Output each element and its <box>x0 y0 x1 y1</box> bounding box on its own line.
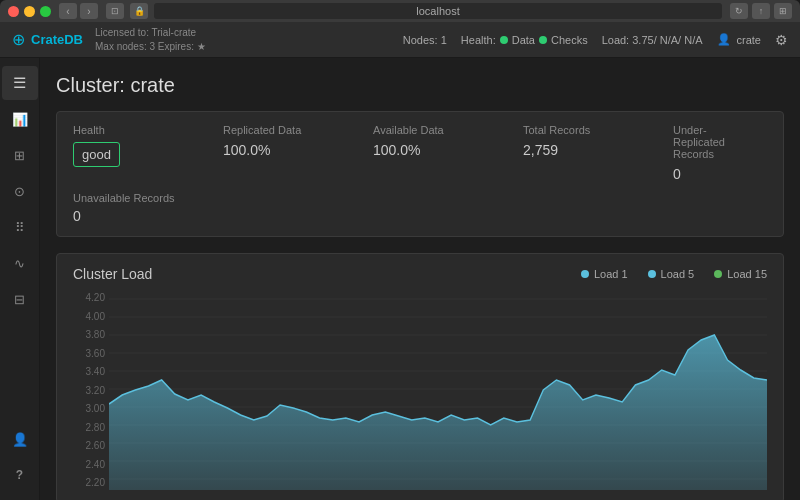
y-label-4-00: 4.00 <box>73 311 109 322</box>
load-chart-svg <box>109 290 767 490</box>
legend-dot-load1 <box>581 270 589 278</box>
legend-load15: Load 15 <box>714 268 767 280</box>
cratedb-logo-icon: ⊕ <box>12 30 25 49</box>
reload-button[interactable]: ↻ <box>730 3 748 19</box>
chart-legend: Load 1 Load 5 Load 15 <box>581 268 767 280</box>
legend-dot-load5 <box>648 270 656 278</box>
main-layout: ☰ 📊 ⊞ ⊙ ⠿ ∿ ⊟ 👤 ? Cluster: cr <box>0 58 800 500</box>
health-grid: Health good Replicated Data 100.0% Avail… <box>73 124 767 182</box>
available-data-label: Available Data <box>373 124 511 136</box>
nodes-icon: ⠿ <box>15 220 25 235</box>
sidebar-item-graph[interactable]: ∿ <box>2 246 38 280</box>
sidebar-item-user[interactable]: 👤 <box>2 422 38 456</box>
graph-icon: ∿ <box>14 256 25 271</box>
total-records-value: 2,759 <box>523 142 661 158</box>
window-icon: ⊡ <box>106 3 124 19</box>
under-replicated-label: Under-Replicated Records <box>673 124 755 160</box>
y-label-3-60: 3.60 <box>73 348 109 359</box>
health-col-status: Health good <box>73 124 223 182</box>
y-axis-labels: 4.20 4.00 3.80 3.60 3.40 3.20 3.00 2.80 … <box>73 290 109 490</box>
legend-load5: Load 5 <box>648 268 695 280</box>
close-button[interactable] <box>8 6 19 17</box>
sidebar-item-chart[interactable]: 📊 <box>2 102 38 136</box>
search-icon: ⊙ <box>14 184 25 199</box>
legend-dot-load15 <box>714 270 722 278</box>
user-icon: 👤 <box>12 432 28 447</box>
sidebar-item-nodes[interactable]: ⠿ <box>2 210 38 244</box>
logo-text: CrateDB <box>31 32 83 47</box>
sidebar-item-logs[interactable]: ⊟ <box>2 282 38 316</box>
chart-title: Cluster Load <box>73 266 152 282</box>
health-col-underreplicated: Under-Replicated Records 0 <box>673 124 767 182</box>
content-area: Cluster: crate Health good Replicated Da… <box>40 58 800 500</box>
table-icon: ⊞ <box>14 148 25 163</box>
sidebar-bottom: 👤 ? <box>2 422 38 492</box>
share-button2[interactable]: ↑ <box>752 3 770 19</box>
legend-load1: Load 1 <box>581 268 628 280</box>
sidebar-item-overview[interactable]: ☰ <box>2 66 38 100</box>
top-bar-right: Nodes: 1 Health: Data Checks Load: 3.75/… <box>403 32 788 48</box>
window-chrome: ‹ › ⊡ 🔒 localhost ↻ ↑ ⊞ <box>0 0 800 22</box>
health-col-available: Available Data 100.0% <box>373 124 523 182</box>
sidebar-item-search[interactable]: ⊙ <box>2 174 38 208</box>
chart-inner <box>109 290 767 490</box>
top-bar: ⊕ CrateDB Licensed to: Trial-crate Max n… <box>0 22 800 58</box>
y-label-2-80: 2.80 <box>73 422 109 433</box>
share-button[interactable]: 🔒 <box>130 3 148 19</box>
nodes-status: Nodes: 1 <box>403 34 447 46</box>
unavailable-value: 0 <box>73 208 767 224</box>
health-good-badge: good <box>73 142 120 167</box>
health-panel: Health good Replicated Data 100.0% Avail… <box>56 111 784 237</box>
y-label-2-40: 2.40 <box>73 459 109 470</box>
health-value: good <box>73 142 211 167</box>
nav-buttons: ‹ › <box>59 3 98 19</box>
legend-label-load1: Load 1 <box>594 268 628 280</box>
overview-icon: ☰ <box>13 74 26 92</box>
health-label: Health <box>73 124 211 136</box>
under-replicated-value: 0 <box>673 166 755 182</box>
legend-label-load5: Load 5 <box>661 268 695 280</box>
y-label-3-80: 3.80 <box>73 329 109 340</box>
y-label-4-20: 4.20 <box>73 292 109 303</box>
replicated-data-label: Replicated Data <box>223 124 361 136</box>
y-label-3-20: 3.20 <box>73 385 109 396</box>
chart-header: Cluster Load Load 1 Load 5 Load 15 <box>73 266 767 282</box>
y-label-2-20: 2.20 <box>73 477 109 488</box>
help-icon: ? <box>16 468 23 482</box>
fullscreen-button[interactable] <box>40 6 51 17</box>
forward-button[interactable]: › <box>80 3 98 19</box>
license-info: Licensed to: Trial-crate Max nodes: 3 Ex… <box>95 26 206 54</box>
health-col-total: Total Records 2,759 <box>523 124 673 182</box>
logo-area: ⊕ CrateDB <box>12 30 83 49</box>
replicated-data-value: 100.0% <box>223 142 361 158</box>
health-col-replicated: Replicated Data 100.0% <box>223 124 373 182</box>
legend-label-load15: Load 15 <box>727 268 767 280</box>
health-status: Health: Data Checks <box>461 34 588 46</box>
data-dot <box>539 36 547 44</box>
traffic-lights <box>8 6 51 17</box>
person-icon: 👤 <box>717 33 731 46</box>
sidebar-item-table[interactable]: ⊞ <box>2 138 38 172</box>
new-tab-button[interactable]: ⊞ <box>774 3 792 19</box>
chart-area: 4.20 4.00 3.80 3.60 3.40 3.20 3.00 2.80 … <box>73 290 767 490</box>
url-bar[interactable]: localhost <box>154 3 722 19</box>
back-button[interactable]: ‹ <box>59 3 77 19</box>
y-label-2-60: 2.60 <box>73 440 109 451</box>
load-status: Load: 3.75/ N/A/ N/A <box>602 34 703 46</box>
minimize-button[interactable] <box>24 6 35 17</box>
sidebar-item-help[interactable]: ? <box>2 458 38 492</box>
available-data-value: 100.0% <box>373 142 511 158</box>
chart-panel: Cluster Load Load 1 Load 5 Load 15 <box>56 253 784 500</box>
sidebar: ☰ 📊 ⊞ ⊙ ⠿ ∿ ⊟ 👤 ? <box>0 58 40 500</box>
page-title: Cluster: crate <box>56 74 784 97</box>
y-label-3-40: 3.40 <box>73 366 109 377</box>
unavailable-row: Unavailable Records 0 <box>73 192 767 224</box>
unavailable-label: Unavailable Records <box>73 192 767 204</box>
user-area[interactable]: 👤 crate <box>717 33 761 46</box>
y-label-3-00: 3.00 <box>73 403 109 414</box>
chart-icon: 📊 <box>12 112 28 127</box>
health-dot <box>500 36 508 44</box>
settings-icon[interactable]: ⚙ <box>775 32 788 48</box>
logs-icon: ⊟ <box>14 292 25 307</box>
total-records-label: Total Records <box>523 124 661 136</box>
